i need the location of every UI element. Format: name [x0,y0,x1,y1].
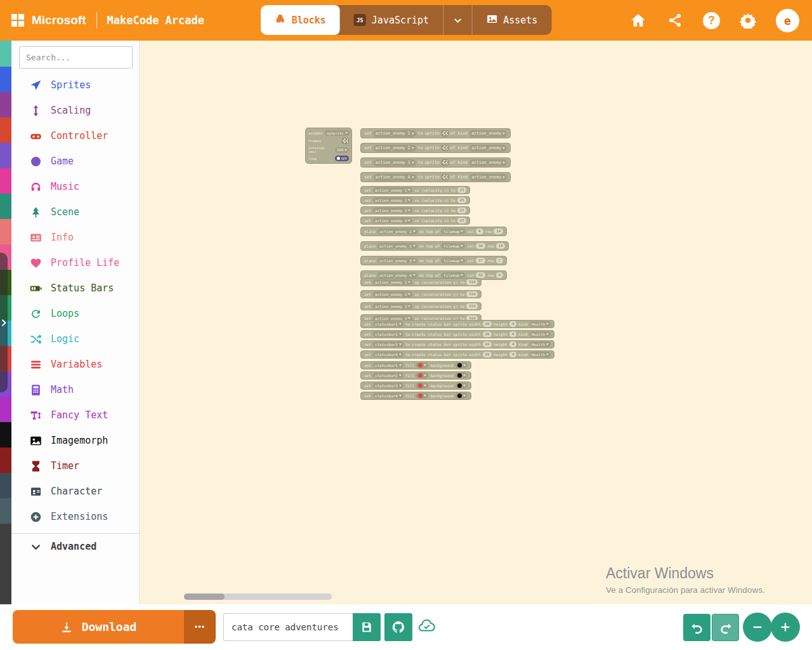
block-dropdown[interactable]: statusbar3 [373,342,403,347]
search-input[interactable] [26,53,133,62]
on-off-toggle[interactable]: OFF [335,156,349,161]
number-input[interactable]: 20 [483,331,492,337]
block-dropdown[interactable]: action_enemy 4 [374,174,416,181]
block-dropdown[interactable]: 200 [335,147,349,153]
sidebar-item-scene[interactable]: Scene [11,199,139,225]
sidebar-item-controller[interactable]: Controller [11,123,139,149]
number-input[interactable]: 20 [483,352,492,357]
color-swatch-dropdown[interactable] [416,373,428,378]
set-velocity-block[interactable]: setaction_enemy 4vx (velocity x)to25 [360,216,470,225]
settings-button[interactable] [739,11,757,29]
sidebar-item-scaling[interactable]: Scaling [11,98,139,123]
statusbar-fill-block[interactable]: setstatusbar1fillbackground [360,361,471,369]
sidebar-item-advanced[interactable]: Advanced [11,534,139,559]
color-swatch-dropdown[interactable] [416,383,428,388]
sidebar-item-timer[interactable]: Timer [11,453,139,479]
number-input[interactable]: 4 [509,321,516,327]
place-on-tilemap-block[interactable]: placeaction_enemy 2on top oftilemapcol10… [360,241,509,251]
number-input[interactable]: 25 [457,208,467,213]
avatar[interactable]: e [776,9,799,32]
undo-button[interactable] [683,614,710,641]
color-swatch-dropdown[interactable] [455,383,468,388]
block-dropdown[interactable]: action_enemy 2 [374,145,416,152]
sidebar-item-extensions[interactable]: Extensions [11,504,139,529]
color-swatch-dropdown[interactable] [416,393,428,399]
place-on-tilemap-block[interactable]: placeaction_enemy 3on top oftilemapcol27… [360,256,507,265]
color-swatch-dropdown[interactable] [455,362,468,368]
share-button[interactable] [666,11,684,29]
set-sprite-block[interactable]: setaction_enemy 3tospriteof kindaction_e… [360,157,511,168]
number-input[interactable]: 4 [509,352,516,357]
sidebar-item-music[interactable]: Music [11,174,139,199]
block-dropdown[interactable]: tilemap [442,258,465,263]
download-options-button[interactable]: ••• [184,610,216,644]
sprite-image-preview[interactable] [442,145,449,151]
number-input[interactable]: 8 [496,272,503,278]
create-statusbar-block[interactable]: setstatusbar1tocreate status bar sprite … [360,320,554,328]
statusbar-fill-block[interactable]: setstatusbar3fillbackground [360,381,471,390]
save-project-button[interactable] [353,613,381,641]
block-dropdown[interactable]: action_enemy [469,159,507,166]
create-statusbar-block[interactable]: setstatusbar3tocreate status bar sprite … [360,340,554,348]
sidebar-item-info[interactable]: Info [11,225,139,250]
sprite-image-preview[interactable] [442,130,449,136]
toolbox-flyout-handle[interactable] [0,253,8,392]
block-dropdown[interactable]: Health [530,352,551,357]
block-dropdown[interactable]: action_enemy 2 [373,291,413,297]
help-button[interactable]: ? [703,12,720,29]
number-input[interactable]: 25 [457,218,467,223]
sprite-image-preview[interactable] [442,159,449,166]
block-dropdown[interactable]: action_enemy 2 [377,243,417,249]
block-dropdown[interactable]: statusbar3 [373,383,403,388]
sidebar-item-game[interactable]: Game [11,149,139,174]
sidebar-item-character[interactable]: Character [11,479,139,504]
number-input[interactable]: 4 [509,331,516,337]
number-input[interactable]: 4 [509,342,516,347]
set-acceleration-block[interactable]: setaction_enemy 3ay (acceleration y)to31… [360,302,481,310]
set-velocity-block[interactable]: setaction_enemy 3vx (velocity x)to25 [360,206,470,215]
block-dropdown[interactable]: action_enemy 1 [373,187,413,193]
block-dropdown[interactable]: action_enemy 1 [373,279,413,285]
block-dropdown[interactable]: tilemap [442,272,465,278]
block-dropdown[interactable]: action_enemy 4 [373,218,413,223]
block-dropdown[interactable]: statusbar2 [373,373,403,378]
product-title[interactable]: MakeCode Arcade [107,14,205,27]
tab-blocks[interactable]: Blocks [261,5,340,35]
set-sprite-block[interactable]: setaction_enemy 4tospriteof kindaction_e… [360,172,511,182]
sidebar-item-fancy-text[interactable]: Fancy Text [11,402,139,428]
sidebar-item-logic[interactable]: Logic [11,326,139,352]
scrollbar-thumb[interactable] [184,594,225,600]
set-acceleration-block[interactable]: setaction_enemy 2ay (acceleration y)to31… [360,290,481,298]
number-input[interactable]: 14 [494,229,503,234]
horizontal-scrollbar[interactable] [184,594,332,600]
block-dropdown[interactable]: action_enemy 2 [373,197,413,203]
download-button[interactable]: Download [13,610,184,644]
block-dropdown[interactable]: statusbar4 [373,352,403,357]
number-input[interactable]: 20 [483,321,492,327]
sidebar-item-variables[interactable]: Variables [11,352,139,377]
tab-assets[interactable]: Assets [471,5,551,35]
number-input[interactable]: 7 [496,258,503,263]
zoom-in-button[interactable] [771,613,800,642]
block-dropdown[interactable]: action_enemy 3 [373,208,413,213]
block-dropdown[interactable]: Health [530,321,551,327]
block-dropdown[interactable]: action_enemy 3 [377,258,417,263]
number-input[interactable]: 10 [476,243,485,249]
block-dropdown[interactable]: statusbar4 [373,393,403,399]
sidebar-item-loops[interactable]: Loops [11,301,139,326]
project-name-input[interactable] [223,613,353,641]
block-dropdown[interactable]: statusbar1 [373,362,403,368]
color-swatch-dropdown[interactable] [455,393,468,399]
block-dropdown[interactable]: action_enemy 4 [377,272,417,278]
set-acceleration-block[interactable]: setaction_enemy 1ay (acceleration y)to31… [360,278,481,286]
number-input[interactable]: 20 [483,342,492,347]
sprite-image-preview[interactable] [342,138,349,144]
place-on-tilemap-block[interactable]: placeaction_enemy 1on top oftilemapcol4r… [360,227,507,236]
editor-dropdown-button[interactable] [443,5,471,35]
statusbar-fill-block[interactable]: setstatusbar2fillbackground [360,371,471,380]
set-velocity-block[interactable]: setaction_enemy 2vx (velocity x)to25 [360,196,470,204]
github-button[interactable] [384,613,412,641]
block-dropdown[interactable]: action_enemy 1 [377,229,417,234]
set-sprite-block[interactable]: setaction_enemy 1tospriteof kindaction_e… [360,128,511,138]
sidebar-item-status-bars[interactable]: Status Bars [11,275,139,301]
